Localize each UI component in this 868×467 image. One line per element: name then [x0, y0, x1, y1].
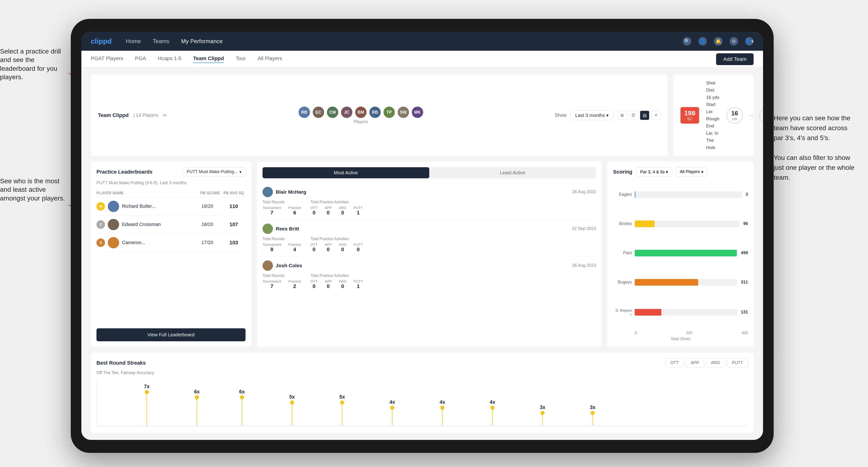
- streaks-chart: 7x 6x 6x 5x: [96, 379, 748, 426]
- svg-point-29: [540, 411, 545, 415]
- view-full-leaderboard-button[interactable]: View Full Leaderboard: [96, 328, 246, 341]
- pa-stats-1: Total Rounds Tournament 7 Practice 6: [262, 200, 596, 216]
- show-select[interactable]: Last 3 months ▾: [570, 111, 614, 120]
- pa-header-3: Josh Coles 26 Aug 2023: [262, 260, 596, 271]
- scoring-filter-par[interactable]: Par 3, 4 & 5s ▾: [636, 167, 672, 177]
- leaderboard-row: 2 Edward Crossman 18/20 107: [96, 216, 246, 234]
- streaks-tab-app[interactable]: APP: [686, 358, 704, 368]
- players-label: Players: [354, 119, 368, 124]
- streaks-header: Best Round Streaks OTT APP ARG PUTT: [96, 358, 748, 368]
- avatar: RB: [298, 106, 310, 118]
- pa-practice-activities-2: Total Practice Activities OTT 0 APP 0: [310, 237, 363, 253]
- bell-icon[interactable]: 🔔: [714, 37, 722, 45]
- subnav-items: PGAT Players PGA Hcaps 1-5 Team Clippd T…: [91, 55, 716, 63]
- edit-icon[interactable]: ✏: [163, 113, 167, 118]
- pa-avatar-1: [262, 187, 273, 197]
- player-activity-1: Blair McHarg 26 Aug 2023 Total Rounds To…: [262, 183, 596, 220]
- streaks-tab-ott[interactable]: OTT: [665, 358, 684, 368]
- player-score-3: 17/20: [195, 240, 219, 245]
- bar-row-birdies: Birdies 96: [613, 220, 748, 227]
- svg-text:3x: 3x: [590, 404, 596, 410]
- search-icon[interactable]: 🔍: [683, 37, 691, 45]
- pa-stats-3: Total Rounds Tournament 7 Practice 2: [262, 274, 596, 289]
- drill-subtitle: PUTT Must Make Putting (3-6 ft), Last 3 …: [96, 181, 246, 185]
- active-tabs: Most Active Least Active: [262, 167, 596, 178]
- nav-items: Home Teams My Performance: [126, 38, 683, 44]
- svg-point-5: [145, 390, 149, 394]
- pa-date-2: 02 Sep 2023: [572, 226, 596, 231]
- tablet: clippd Home Teams My Performance 🔍 👤 🔔 ⚙…: [71, 19, 774, 453]
- avatar: SW: [397, 106, 409, 118]
- three-cols: Practice Leaderboards PUTT Must Make Put…: [91, 161, 753, 347]
- subnav-hcaps[interactable]: Hcaps 1-5: [158, 55, 181, 63]
- svg-point-8: [195, 395, 199, 400]
- main-content: Team Clippd | 14 Players ✏ RB EC CM JC B…: [81, 68, 763, 440]
- rank-badge-1: ★: [96, 202, 105, 211]
- nav-my-performance[interactable]: My Performance: [181, 38, 223, 44]
- team-header: Team Clippd | 14 Players ✏ RB EC CM JC B…: [91, 75, 668, 156]
- pa-date-1: 26 Aug 2023: [572, 189, 596, 194]
- scoring-filter-players[interactable]: All Players ▾: [676, 167, 707, 177]
- pa-name-2: Rees Britt: [276, 226, 299, 231]
- team-info: Team Clippd | 14 Players ✏: [98, 112, 167, 118]
- subnav-pgat[interactable]: PGAT Players: [91, 55, 123, 63]
- add-team-button[interactable]: Add Team: [716, 53, 753, 65]
- streaks-title: Best Round Streaks: [96, 360, 146, 366]
- svg-text:5x: 5x: [289, 394, 295, 400]
- subnav-team-clippd[interactable]: Team Clippd: [193, 55, 224, 63]
- pa-name-1: Blair McHarg: [276, 189, 306, 195]
- pa-header-1: Blair McHarg 26 Aug 2023: [262, 187, 596, 197]
- annotation-left-1: Select a practice drill and see the lead…: [0, 47, 68, 82]
- streaks-tabs: OTT APP ARG PUTT: [665, 358, 748, 368]
- bar-row-bogeys: Bogeys 311: [613, 279, 748, 286]
- user-menu[interactable]: 👤▾: [745, 37, 753, 45]
- player-name-2: Edward Crossman: [122, 222, 193, 227]
- svg-point-20: [390, 406, 394, 410]
- settings-icon[interactable]: ⚙: [730, 37, 738, 45]
- tablet-screen: clippd Home Teams My Performance 🔍 👤 🔔 ⚙…: [81, 32, 763, 440]
- svg-text:4x: 4x: [390, 399, 395, 405]
- table-view-icon[interactable]: ☰: [628, 111, 638, 120]
- grid-view-icon[interactable]: ⊞: [617, 111, 627, 120]
- shot-info-panel: 198 SC Shot Dist: 16 yds Start Lie: Roug…: [673, 75, 753, 156]
- card-view-icon[interactable]: ▤: [640, 111, 649, 120]
- streaks-panel: Best Round Streaks OTT APP ARG PUTT Off …: [91, 352, 753, 433]
- bar-row-eagles: Eagles 3: [613, 191, 748, 198]
- leaderboard-header: Practice Leaderboards PUTT Must Make Put…: [96, 167, 246, 177]
- drill-select[interactable]: PUTT Must Make Putting... ▾: [183, 167, 246, 177]
- subnav-pga[interactable]: PGA: [135, 55, 146, 63]
- player-avg-1: 110: [222, 203, 246, 210]
- app-logo: clippd: [91, 37, 112, 45]
- profile-icon[interactable]: 👤: [699, 37, 707, 45]
- pa-practice-activities-1: Total Practice Activities OTT 0 APP 0: [310, 200, 363, 216]
- player-avg-3: 103: [222, 240, 246, 246]
- scoring-bar-chart: Eagles 3 Birdies 96: [613, 181, 748, 329]
- pa-player-2: Rees Britt: [262, 224, 299, 234]
- nav-home[interactable]: Home: [126, 38, 141, 44]
- streaks-tab-arg[interactable]: ARG: [706, 358, 725, 368]
- view-icons: ⊞ ☰ ▤ ≡: [617, 111, 661, 120]
- show-label: Show: [555, 113, 566, 118]
- least-active-tab[interactable]: Least Active: [429, 167, 596, 178]
- player-name-3: Cameron...: [122, 240, 193, 245]
- yds-circles: 16 yds → 0 yds: [726, 107, 763, 124]
- rank-badge-3: 3: [96, 239, 105, 247]
- list-view-icon[interactable]: ≡: [651, 111, 661, 120]
- subnav-all-players[interactable]: All Players: [257, 55, 282, 63]
- player-avatar-3: [108, 237, 119, 248]
- pa-practice-activities-3: Total Practice Activities OTT 0 APP 0: [310, 274, 363, 289]
- pa-player-1: Blair McHarg: [262, 187, 306, 197]
- streaks-tab-putt[interactable]: PUTT: [727, 358, 748, 368]
- leaderboard-row: ★ Richard Butler... 19/20 110: [96, 197, 246, 216]
- svg-point-11: [240, 395, 244, 400]
- nav-teams[interactable]: Teams: [153, 38, 169, 44]
- subnav-tour[interactable]: Tour: [236, 55, 246, 63]
- most-active-tab[interactable]: Most Active: [262, 167, 429, 178]
- show-controls: Show Last 3 months ▾ ⊞ ☰ ▤ ≡: [555, 111, 661, 120]
- yds-right: 0 yds: [759, 107, 763, 124]
- pa-header-2: Rees Britt 02 Sep 2023: [262, 224, 596, 234]
- avatar: BM: [355, 106, 367, 118]
- avatar: RB: [369, 106, 381, 118]
- pa-avatar-2: [262, 224, 273, 234]
- player-activity-3: Josh Coles 26 Aug 2023 Total Rounds Tour…: [262, 257, 596, 293]
